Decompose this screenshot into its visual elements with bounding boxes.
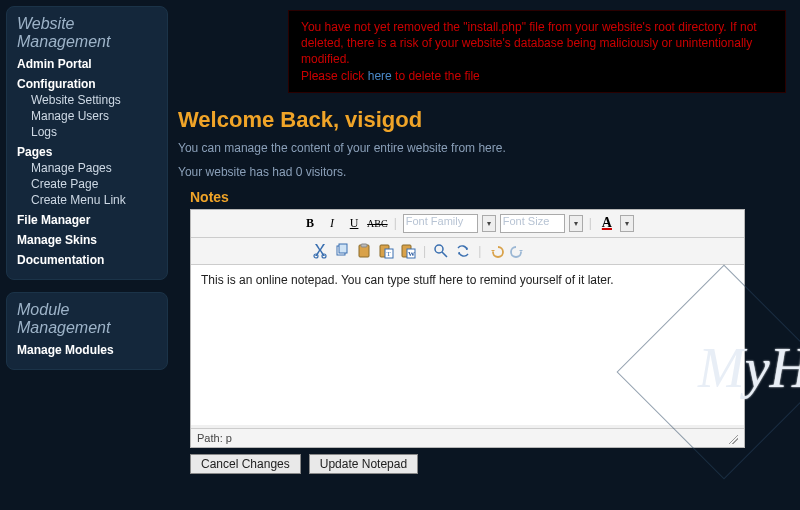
website-management-title: Website Management — [17, 15, 157, 51]
welcome-heading: Welcome Back, visigod — [178, 107, 786, 133]
paste-icon[interactable] — [355, 242, 373, 260]
subtitle-1: You can manage the content of your entir… — [178, 141, 786, 155]
nav-create-page[interactable]: Create Page — [31, 177, 157, 191]
nav-manage-modules[interactable]: Manage Modules — [17, 343, 157, 357]
undo-icon[interactable] — [487, 242, 505, 260]
text-color-dropdown-icon[interactable]: ▾ — [620, 215, 634, 232]
nav-documentation[interactable]: Documentation — [17, 253, 157, 267]
font-family-select[interactable]: Font Family — [403, 214, 478, 233]
editor: B I U ABC | Font Family ▾ Font Size ▾ | … — [190, 209, 745, 448]
strikethrough-button[interactable]: ABC — [367, 214, 388, 232]
nav-website-settings[interactable]: Website Settings — [31, 93, 157, 107]
paste-word-icon[interactable]: W — [399, 242, 417, 260]
copy-icon[interactable] — [333, 242, 351, 260]
warning-text-2a: Please click — [301, 69, 368, 83]
cut-icon[interactable] — [311, 242, 329, 260]
redo-icon[interactable] — [509, 242, 527, 260]
nav-create-menu-link[interactable]: Create Menu Link — [31, 193, 157, 207]
warning-box: You have not yet removed the "install.ph… — [288, 10, 786, 93]
svg-point-12 — [435, 245, 443, 253]
nav-manage-skins[interactable]: Manage Skins — [17, 233, 157, 247]
warning-text-1: You have not yet removed the "install.ph… — [301, 20, 757, 66]
svg-text:T: T — [387, 250, 392, 258]
module-management-title: Module Management — [17, 301, 157, 337]
nav-logs[interactable]: Logs — [31, 125, 157, 139]
svg-line-13 — [442, 252, 447, 257]
svg-rect-3 — [339, 244, 347, 253]
replace-icon[interactable] — [454, 242, 472, 260]
warning-link[interactable]: here — [368, 69, 392, 83]
font-size-dropdown-icon[interactable]: ▾ — [569, 215, 583, 232]
paste-text-icon[interactable]: T — [377, 242, 395, 260]
path-text: Path: p — [197, 432, 232, 444]
nav-manage-pages[interactable]: Manage Pages — [31, 161, 157, 175]
notes-title: Notes — [190, 189, 786, 205]
italic-button[interactable]: I — [323, 214, 341, 232]
warning-text-2b: to delete the file — [392, 69, 480, 83]
nav-pages[interactable]: Pages — [17, 145, 157, 159]
underline-button[interactable]: U — [345, 214, 363, 232]
module-management-box: Module Management Manage Modules — [6, 292, 168, 370]
svg-text:W: W — [408, 250, 415, 258]
resize-grip-icon[interactable] — [726, 432, 738, 444]
editor-body[interactable] — [191, 265, 744, 425]
toolbar-row-2: T W | | — [191, 238, 744, 265]
nav-configuration[interactable]: Configuration — [17, 77, 157, 91]
cancel-button[interactable]: Cancel Changes — [190, 454, 301, 474]
website-management-box: Website Management Admin Portal Configur… — [6, 6, 168, 280]
path-bar: Path: p — [191, 428, 744, 447]
nav-file-manager[interactable]: File Manager — [17, 213, 157, 227]
find-icon[interactable] — [432, 242, 450, 260]
text-color-button[interactable]: A — [598, 214, 616, 232]
nav-admin-portal[interactable]: Admin Portal — [17, 57, 157, 71]
subtitle-2: Your website has had 0 visitors. — [178, 165, 786, 179]
svg-rect-5 — [361, 244, 367, 247]
update-button[interactable]: Update Notepad — [309, 454, 418, 474]
nav-manage-users[interactable]: Manage Users — [31, 109, 157, 123]
font-size-select[interactable]: Font Size — [500, 214, 565, 233]
bold-button[interactable]: B — [301, 214, 319, 232]
font-family-dropdown-icon[interactable]: ▾ — [482, 215, 496, 232]
toolbar-row-1: B I U ABC | Font Family ▾ Font Size ▾ | … — [191, 210, 744, 238]
